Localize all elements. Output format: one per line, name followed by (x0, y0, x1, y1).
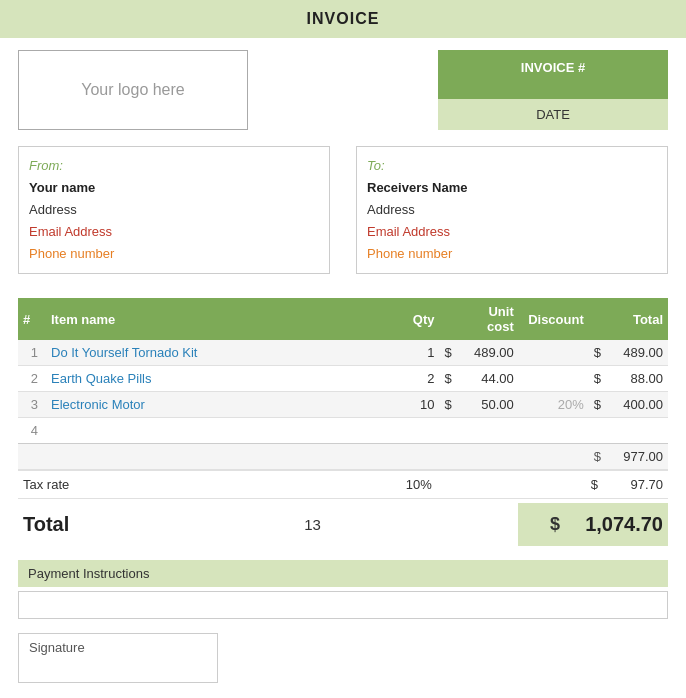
row-tcurrency: $ (589, 392, 603, 418)
items-section: # Item name Qty Unit cost Discount Total… (0, 288, 686, 470)
page-footer: Your company name, address and footer (0, 693, 686, 698)
row-currency: $ (440, 366, 454, 392)
col-header-qty: Qty (390, 298, 440, 340)
row-discount (519, 340, 589, 366)
total-dollar: $ (518, 503, 568, 546)
payment-label: Payment Instructions (18, 560, 668, 587)
col-header-currency2 (589, 298, 603, 340)
tax-table: Tax rate 10% $ 97.70 (18, 470, 668, 499)
from-address-box: From: Your name Address Email Address Ph… (18, 146, 330, 274)
payment-input-field[interactable] (18, 591, 668, 619)
subtotal-currency: $ (589, 444, 603, 470)
col-header-unitcost: Unit cost (454, 298, 519, 340)
row-total: 88.00 (603, 366, 668, 392)
tax-spacer2 (451, 471, 516, 499)
invoice-meta: INVOICE # DATE (438, 50, 668, 130)
total-amount: 1,074.70 (568, 503, 668, 546)
invoice-date-label: DATE (438, 99, 668, 130)
to-name: Receivers Name (367, 180, 467, 195)
table-row: 3 Electronic Motor 10 $ 50.00 20% $ 400.… (18, 392, 668, 418)
from-label: From: (29, 158, 63, 173)
subtotal-spacer (18, 444, 589, 470)
tax-currency: $ (586, 471, 603, 499)
tax-row: Tax rate 10% $ 97.70 (18, 471, 668, 499)
total-spacer3 (448, 503, 518, 546)
row-num: 2 (18, 366, 46, 392)
row-item: Do It Yourself Tornado Kit (46, 340, 390, 366)
row-currency: $ (440, 392, 454, 418)
total-row: Total 13 $ 1,074.70 (18, 503, 668, 546)
invoice-page: INVOICE Your logo here INVOICE # DATE Fr… (0, 0, 686, 698)
row-item: Electronic Motor (46, 392, 390, 418)
row-unit-cost: 44.00 (454, 366, 519, 392)
row-unit-cost: 489.00 (454, 340, 519, 366)
row-total: 400.00 (603, 392, 668, 418)
items-body: 1 Do It Yourself Tornado Kit 1 $ 489.00 … (18, 340, 668, 444)
row-total: 489.00 (603, 340, 668, 366)
row-tcurrency: $ (589, 340, 603, 366)
col-header-total: Total (603, 298, 668, 340)
subtotal-row: $ 977.00 (18, 444, 668, 470)
table-row: 1 Do It Yourself Tornado Kit 1 $ 489.00 … (18, 340, 668, 366)
total-section: Total 13 $ 1,074.70 (0, 503, 686, 546)
to-email: Email Address (367, 224, 450, 239)
row-discount: 20% (519, 392, 589, 418)
to-address-box: To: Receivers Name Address Email Address… (356, 146, 668, 274)
row-total (603, 418, 668, 444)
from-phone: Phone number (29, 246, 114, 261)
total-spacer1 (369, 503, 383, 546)
total-spacer2 (383, 503, 448, 546)
top-section: Your logo here INVOICE # DATE (0, 38, 686, 142)
tax-label: Tax rate (18, 471, 387, 499)
from-name: Your name (29, 180, 95, 195)
payment-section: Payment Instructions (0, 546, 686, 623)
from-email: Email Address (29, 224, 112, 239)
row-num: 4 (18, 418, 46, 444)
subtotal-amount: 977.00 (603, 444, 668, 470)
row-unit-cost (454, 418, 519, 444)
row-item (46, 418, 390, 444)
logo-box: Your logo here (18, 50, 248, 130)
row-discount (519, 418, 589, 444)
tax-section: Tax rate 10% $ 97.70 (0, 470, 686, 499)
row-qty: 2 (390, 366, 440, 392)
row-num: 3 (18, 392, 46, 418)
tax-amount: 97.70 (603, 471, 668, 499)
row-qty (390, 418, 440, 444)
address-section: From: Your name Address Email Address Ph… (0, 142, 686, 288)
invoice-number-label: INVOICE # (438, 50, 668, 99)
table-row: 2 Earth Quake Pills 2 $ 44.00 $ 88.00 (18, 366, 668, 392)
total-qty: 13 (256, 503, 369, 546)
col-header-item: Item name (46, 298, 390, 340)
row-qty: 10 (390, 392, 440, 418)
row-discount (519, 366, 589, 392)
row-currency: $ (440, 340, 454, 366)
col-header-num: # (18, 298, 46, 340)
tax-spacer (437, 471, 451, 499)
tax-rate: 10% (387, 471, 437, 499)
signature-section: Signature (0, 623, 686, 693)
from-address: Address (29, 202, 77, 217)
total-table: Total 13 $ 1,074.70 (18, 503, 668, 546)
to-label: To: (367, 158, 385, 173)
signature-label: Signature (29, 640, 85, 655)
to-address: Address (367, 202, 415, 217)
row-tcurrency: $ (589, 366, 603, 392)
row-qty: 1 (390, 340, 440, 366)
total-label: Total (18, 503, 256, 546)
row-tcurrency (589, 418, 603, 444)
items-table: # Item name Qty Unit cost Discount Total… (18, 298, 668, 470)
table-row: 4 (18, 418, 668, 444)
invoice-header: INVOICE (0, 0, 686, 38)
table-header-row: # Item name Qty Unit cost Discount Total (18, 298, 668, 340)
row-item: Earth Quake Pills (46, 366, 390, 392)
invoice-title: INVOICE (307, 10, 380, 27)
tax-spacer3 (516, 471, 586, 499)
row-unit-cost: 50.00 (454, 392, 519, 418)
row-num: 1 (18, 340, 46, 366)
col-header-currency1 (440, 298, 454, 340)
logo-placeholder: Your logo here (81, 81, 185, 99)
signature-box: Signature (18, 633, 218, 683)
col-header-discount: Discount (519, 298, 589, 340)
to-phone: Phone number (367, 246, 452, 261)
